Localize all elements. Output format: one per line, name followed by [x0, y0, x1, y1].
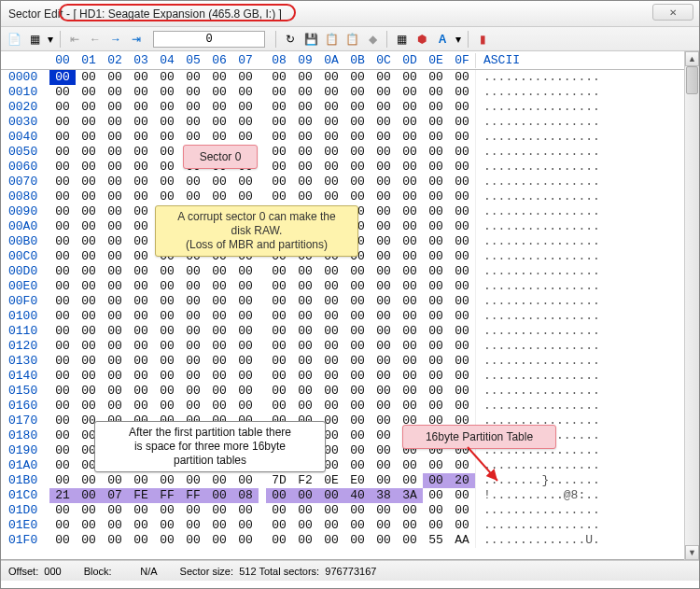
hex-byte[interactable]: 00	[206, 354, 232, 369]
hex-byte[interactable]: 00	[344, 443, 371, 458]
hex-byte[interactable]: 00	[232, 473, 259, 488]
hex-byte[interactable]: 00	[76, 130, 102, 145]
hex-byte[interactable]: 00	[102, 264, 128, 279]
hex-byte[interactable]: 00	[102, 160, 128, 175]
hex-byte[interactable]: 00	[102, 324, 128, 339]
hex-byte[interactable]: 00	[344, 160, 371, 175]
hex-byte[interactable]: 00	[180, 324, 206, 339]
hex-byte[interactable]: 00	[344, 294, 371, 309]
hex-byte[interactable]: 00	[102, 369, 128, 384]
hex-byte[interactable]: 00	[128, 533, 154, 548]
hex-byte[interactable]: 00	[154, 189, 180, 204]
hex-byte[interactable]: 00	[292, 175, 318, 189]
hex-byte[interactable]: 00	[292, 399, 318, 414]
hex-byte[interactable]: 00	[76, 100, 102, 115]
hex-row[interactable]: 006000000000000000000000000000000000....…	[8, 160, 699, 175]
hex-byte[interactable]: 00	[397, 264, 423, 279]
hex-byte[interactable]: 00	[206, 279, 232, 294]
hex-byte[interactable]: 00	[76, 324, 102, 339]
hex-byte[interactable]: 00	[232, 264, 259, 279]
hex-row[interactable]: 01F0000000000000000000000000000055AA....…	[8, 533, 699, 548]
hex-byte[interactable]: 00	[449, 443, 475, 458]
hex-byte[interactable]: 00	[180, 264, 206, 279]
hex-byte[interactable]: 00	[154, 339, 180, 354]
hex-byte[interactable]: 00	[128, 518, 154, 533]
hex-byte[interactable]: 00	[318, 488, 344, 503]
hex-byte[interactable]: 00	[128, 458, 154, 473]
hex-byte[interactable]: 00	[371, 414, 397, 428]
hex-byte[interactable]: 00	[206, 399, 232, 414]
hex-row[interactable]: 010000000000000000000000000000000000....…	[8, 309, 699, 324]
hex-byte[interactable]: 00	[154, 428, 180, 443]
hex-byte[interactable]: 00	[371, 294, 397, 309]
hex-button[interactable]: ⬢	[413, 30, 431, 49]
hex-byte[interactable]: 00	[49, 339, 76, 354]
hex-byte[interactable]: 00	[206, 189, 232, 204]
hex-byte[interactable]: 00	[423, 414, 449, 428]
hex-byte[interactable]: 00	[318, 219, 344, 234]
hex-byte[interactable]: FE	[128, 488, 154, 503]
hex-byte[interactable]: 00	[423, 70, 449, 85]
hex-byte[interactable]: 00	[423, 204, 449, 219]
hex-byte[interactable]: 00	[180, 130, 206, 145]
hex-row[interactable]: 014000000000000000000000000000000000....…	[8, 369, 699, 384]
hex-byte[interactable]: 00	[102, 175, 128, 189]
hex-byte[interactable]: 00	[232, 175, 259, 189]
hex-byte[interactable]: 00	[318, 204, 344, 219]
hex-byte[interactable]: 00	[154, 458, 180, 473]
hex-byte[interactable]: 00	[102, 309, 128, 324]
hex-byte[interactable]: 00	[49, 264, 76, 279]
hex-byte[interactable]: 00	[206, 234, 232, 249]
hex-byte[interactable]: 00	[206, 428, 232, 443]
hex-byte[interactable]: 00	[49, 324, 76, 339]
hex-byte[interactable]: 00	[128, 70, 154, 85]
vertical-scrollbar[interactable]: ▲ ▼	[684, 51, 699, 560]
hex-byte[interactable]: 00	[180, 204, 206, 219]
hex-byte[interactable]: 00	[76, 488, 102, 503]
hex-byte[interactable]: 00	[292, 414, 318, 428]
hex-byte[interactable]: 00	[318, 264, 344, 279]
hex-byte[interactable]: 00	[397, 189, 423, 204]
hex-byte[interactable]: 00	[371, 473, 397, 488]
hex-byte[interactable]: 00	[318, 414, 344, 428]
hex-byte[interactable]: 00	[128, 503, 154, 518]
hex-byte[interactable]: 00	[266, 384, 292, 399]
hex-byte[interactable]: 00	[232, 518, 259, 533]
hex-byte[interactable]: 00	[318, 175, 344, 189]
hex-byte[interactable]: 00	[397, 503, 423, 518]
hex-byte[interactable]: 00	[397, 160, 423, 175]
hex-byte[interactable]: 00	[49, 145, 76, 160]
hex-byte[interactable]: 00	[232, 145, 259, 160]
hex-byte[interactable]: 00	[423, 264, 449, 279]
hex-byte[interactable]: 00	[397, 130, 423, 145]
hex-byte[interactable]: 00	[423, 443, 449, 458]
hex-byte[interactable]: 00	[154, 473, 180, 488]
hex-byte[interactable]: 00	[76, 204, 102, 219]
hex-byte[interactable]: 00	[180, 518, 206, 533]
hex-byte[interactable]: 00	[154, 503, 180, 518]
hex-byte[interactable]: 00	[266, 324, 292, 339]
hex-byte[interactable]: 00	[371, 100, 397, 115]
close-button[interactable]: ✕	[652, 4, 693, 21]
hex-byte[interactable]: 00	[49, 249, 76, 264]
hex-byte[interactable]: 00	[206, 204, 232, 219]
hex-byte[interactable]: 00	[128, 384, 154, 399]
hex-byte[interactable]: 00	[318, 369, 344, 384]
hex-byte[interactable]: 00	[423, 458, 449, 473]
hex-byte[interactable]: 40	[344, 488, 371, 503]
hex-row[interactable]: 016000000000000000000000000000000000....…	[8, 399, 699, 414]
hex-byte[interactable]: 00	[266, 115, 292, 130]
hex-byte[interactable]: 00	[154, 294, 180, 309]
hex-byte[interactable]: 00	[397, 369, 423, 384]
hex-byte[interactable]: 00	[102, 458, 128, 473]
scroll-down-button[interactable]: ▼	[685, 545, 699, 560]
hex-byte[interactable]: 00	[318, 428, 344, 443]
hex-byte[interactable]: 00	[180, 219, 206, 234]
nav-last-button[interactable]: ⇥	[127, 30, 146, 49]
hex-byte[interactable]: 00	[154, 175, 180, 189]
hex-byte[interactable]: 00	[128, 234, 154, 249]
hex-byte[interactable]: 00	[292, 100, 318, 115]
hex-byte[interactable]: 00	[128, 414, 154, 428]
hex-byte[interactable]: 00	[154, 130, 180, 145]
hex-byte[interactable]: 00	[180, 189, 206, 204]
